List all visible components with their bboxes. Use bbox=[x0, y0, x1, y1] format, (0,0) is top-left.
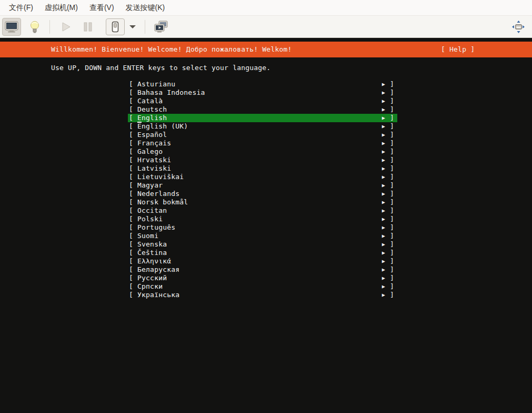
bracket-left: [ bbox=[129, 97, 133, 105]
language-row[interactable]: [ Magyar ▶ ] bbox=[128, 181, 397, 190]
language-row[interactable]: [ Català ▶ ] bbox=[128, 97, 397, 105]
language-label: Galego bbox=[137, 148, 163, 156]
language-row[interactable]: [ Čeština ▶ ] bbox=[128, 249, 397, 257]
shutdown-button[interactable] bbox=[106, 18, 125, 35]
submenu-arrow-icon: ▶ bbox=[382, 156, 385, 164]
language-label: Magyar bbox=[137, 181, 163, 190]
language-row[interactable]: [ Українська ▶ ] bbox=[128, 291, 397, 299]
bracket-left: [ bbox=[129, 148, 133, 156]
submenu-arrow-icon: ▶ bbox=[382, 105, 385, 114]
submenu-arrow-icon: ▶ bbox=[382, 88, 385, 97]
language-row[interactable]: [ Nederlands ▶ ] bbox=[128, 190, 397, 198]
bracket-right: ] bbox=[390, 190, 394, 198]
bracket-right: ] bbox=[390, 282, 394, 291]
bracket-right: ] bbox=[390, 114, 394, 122]
bracket-right: ] bbox=[390, 156, 394, 164]
menu-item-virtual-machine[interactable]: 虚拟机(M) bbox=[39, 1, 84, 15]
submenu-arrow-icon: ▶ bbox=[382, 223, 385, 232]
bracket-left: [ bbox=[129, 88, 133, 97]
language-row[interactable]: [ Bahasa Indonesia ▶ ] bbox=[128, 88, 397, 97]
language-label: Deutsch bbox=[137, 105, 167, 114]
submenu-arrow-icon: ▶ bbox=[382, 122, 385, 131]
bracket-left: [ bbox=[129, 122, 133, 131]
language-row-selected[interactable]: [ English ▶ ] bbox=[128, 114, 397, 122]
bracket-right: ] bbox=[390, 164, 394, 173]
language-row[interactable]: [ Occitan ▶ ] bbox=[128, 206, 397, 215]
language-row[interactable]: [ Norsk bokmål ▶ ] bbox=[128, 198, 397, 206]
language-row[interactable]: [ Suomi ▶ ] bbox=[128, 232, 397, 240]
submenu-arrow-icon: ▶ bbox=[382, 291, 385, 299]
menu-item-send-key[interactable]: 发送按键(K) bbox=[120, 1, 171, 15]
language-row[interactable]: [ Lietuviškai ▶ ] bbox=[128, 173, 397, 181]
bracket-right: ] bbox=[390, 240, 394, 249]
language-row[interactable]: [ Galego ▶ ] bbox=[128, 148, 397, 156]
language-label: Norsk bokmål bbox=[137, 198, 188, 206]
run-button[interactable] bbox=[56, 18, 75, 36]
language-label: Occitan bbox=[137, 206, 167, 215]
language-row[interactable]: [ Беларуская ▶ ] bbox=[128, 266, 397, 274]
bracket-right: ] bbox=[390, 131, 394, 139]
language-label: Français bbox=[137, 139, 171, 148]
language-row[interactable]: [ Русский ▶ ] bbox=[128, 274, 397, 282]
shutdown-switch-icon bbox=[111, 21, 119, 33]
language-row[interactable]: [ Svenska ▶ ] bbox=[128, 240, 397, 249]
language-label: Српски bbox=[137, 282, 163, 291]
language-row[interactable]: [ Српски ▶ ] bbox=[128, 282, 397, 291]
virtual-displays-button[interactable] bbox=[152, 18, 170, 36]
language-label: Беларуская bbox=[137, 266, 179, 274]
language-row[interactable]: [ English (UK) ▶ ] bbox=[128, 122, 397, 131]
language-label: Latviski bbox=[137, 164, 171, 173]
submenu-arrow-icon: ▶ bbox=[382, 282, 385, 291]
show-details-button[interactable] bbox=[25, 18, 44, 36]
toolbar-separator bbox=[49, 20, 50, 34]
bracket-right: ] bbox=[390, 173, 394, 181]
bracket-left: [ bbox=[129, 105, 133, 114]
language-label: English (UK) bbox=[137, 122, 188, 131]
language-row[interactable]: [ Asturianu ▶ ] bbox=[128, 80, 397, 88]
bracket-right: ] bbox=[390, 122, 394, 131]
language-row[interactable]: [ Português ▶ ] bbox=[128, 223, 397, 232]
language-label: Suomi bbox=[137, 232, 158, 240]
language-label: Čeština bbox=[137, 249, 167, 257]
chevron-down-icon bbox=[129, 25, 136, 29]
bracket-left: [ bbox=[129, 80, 133, 88]
displays-icon bbox=[154, 21, 168, 33]
shutdown-menu-button[interactable] bbox=[126, 18, 139, 36]
language-label: Lietuviškai bbox=[137, 173, 184, 181]
bracket-left: [ bbox=[129, 206, 133, 215]
language-row[interactable]: [ Polski ▶ ] bbox=[128, 215, 397, 223]
menu-item-file[interactable]: 文件(F) bbox=[3, 1, 39, 15]
show-console-button[interactable] bbox=[2, 18, 21, 36]
vm-console-screen[interactable]: Willkommen! Bienvenue! Welcome! Добро по… bbox=[0, 38, 532, 413]
console-display-icon bbox=[5, 21, 18, 33]
submenu-arrow-icon: ▶ bbox=[382, 232, 385, 240]
fullscreen-button[interactable] bbox=[509, 18, 528, 36]
submenu-arrow-icon: ▶ bbox=[382, 181, 385, 190]
pause-button[interactable] bbox=[78, 18, 97, 36]
toolbar bbox=[0, 16, 532, 38]
submenu-arrow-icon: ▶ bbox=[382, 198, 385, 206]
bracket-right: ] bbox=[390, 206, 394, 215]
bracket-right: ] bbox=[390, 249, 394, 257]
submenu-arrow-icon: ▶ bbox=[382, 240, 385, 249]
menu-item-view[interactable]: 查看(V) bbox=[84, 1, 120, 15]
language-label: Nederlands bbox=[137, 190, 179, 198]
language-row[interactable]: [ Français ▶ ] bbox=[128, 139, 397, 148]
submenu-arrow-icon: ▶ bbox=[382, 97, 385, 105]
bracket-right: ] bbox=[390, 97, 394, 105]
language-row[interactable]: [ Hrvatski ▶ ] bbox=[128, 156, 397, 164]
bracket-left: [ bbox=[129, 114, 133, 122]
help-button[interactable]: [ Help ] bbox=[441, 45, 475, 54]
language-label: Español bbox=[137, 131, 167, 139]
bracket-left: [ bbox=[129, 249, 133, 257]
bracket-left: [ bbox=[129, 232, 133, 240]
language-row[interactable]: [ Latviski ▶ ] bbox=[128, 164, 397, 173]
language-label: Українська bbox=[137, 291, 179, 299]
bracket-left: [ bbox=[129, 291, 133, 299]
language-row[interactable]: [ Deutsch ▶ ] bbox=[128, 105, 397, 114]
bracket-left: [ bbox=[129, 274, 133, 282]
language-row[interactable]: [ Español ▶ ] bbox=[128, 131, 397, 139]
language-row[interactable]: [ Ελληνικά ▶ ] bbox=[128, 257, 397, 266]
bracket-right: ] bbox=[390, 148, 394, 156]
bracket-right: ] bbox=[390, 215, 394, 223]
